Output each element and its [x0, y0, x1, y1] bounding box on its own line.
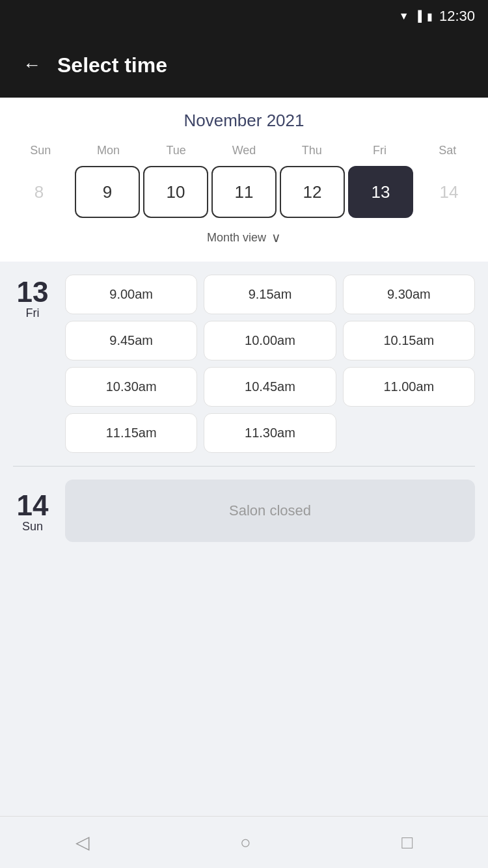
- nav-back-button[interactable]: ◁: [62, 825, 103, 860]
- day-label-14: 14 Sun: [13, 488, 52, 534]
- day-block-14: 14 Sun Salon closed: [13, 480, 475, 542]
- section-divider: [13, 466, 475, 467]
- day-8: 8: [7, 166, 72, 218]
- status-bar: ▼ ▐ ▮ 12:30: [0, 0, 488, 33]
- time-slot-1115[interactable]: 11.15am: [65, 413, 197, 453]
- calendar-section: November 2021 Sun Mon Tue Wed Thu Fri Sa…: [0, 98, 488, 262]
- time-slot-1000[interactable]: 10.00am: [204, 321, 336, 360]
- app-header: ← Select time: [0, 33, 488, 98]
- weekday-sun: Sun: [7, 141, 74, 161]
- month-view-label: Month view: [207, 231, 266, 245]
- day-name-13: Fri: [26, 306, 40, 320]
- weekday-fri: Fri: [346, 141, 413, 161]
- day-12[interactable]: 12: [280, 166, 345, 218]
- time-slot-1030[interactable]: 10.30am: [65, 367, 197, 407]
- month-year-label: November 2021: [0, 111, 488, 131]
- wifi-icon: ▼: [399, 10, 409, 22]
- nav-recent-button[interactable]: □: [388, 826, 426, 860]
- time-slot-915[interactable]: 9.15am: [204, 275, 336, 314]
- nav-home-button[interactable]: ○: [227, 826, 264, 860]
- day-13[interactable]: 13: [348, 166, 413, 218]
- time-slot-900[interactable]: 9.00am: [65, 275, 197, 314]
- time-slot-930[interactable]: 9.30am: [343, 275, 475, 314]
- day-14: 14: [416, 166, 481, 218]
- weekday-thu: Thu: [278, 141, 346, 161]
- page-title: Select time: [57, 53, 167, 77]
- day-10[interactable]: 10: [143, 166, 208, 218]
- day-number-14: 14: [17, 491, 49, 520]
- status-icons: ▼ ▐ ▮: [399, 10, 433, 23]
- day-number-13: 13: [17, 278, 49, 306]
- time-slots-section: 13 Fri 9.00am 9.15am 9.30am 9.45am 10.00…: [0, 262, 488, 568]
- month-view-toggle[interactable]: Month view ∨: [0, 223, 488, 255]
- days-row: 8 9 10 11 12 13 14: [0, 161, 488, 223]
- weekdays-row: Sun Mon Tue Wed Thu Fri Sat: [0, 141, 488, 161]
- signal-icon: ▐: [414, 10, 422, 22]
- nav-bar: ◁ ○ □: [0, 816, 488, 868]
- chevron-down-icon: ∨: [271, 230, 281, 245]
- time-grid-13: 9.00am 9.15am 9.30am 9.45am 10.00am 10.1…: [65, 275, 475, 453]
- weekday-mon: Mon: [74, 141, 142, 161]
- day-name-14: Sun: [22, 520, 43, 534]
- status-time: 12:30: [439, 8, 475, 25]
- day-11[interactable]: 11: [211, 166, 277, 218]
- time-slot-1130[interactable]: 11.30am: [204, 413, 336, 453]
- day-block-13: 13 Fri 9.00am 9.15am 9.30am 9.45am 10.00…: [13, 275, 475, 453]
- battery-icon: ▮: [427, 10, 433, 23]
- day-9[interactable]: 9: [75, 166, 140, 218]
- weekday-tue: Tue: [142, 141, 210, 161]
- time-slot-1015[interactable]: 10.15am: [343, 321, 475, 360]
- salon-closed-message: Salon closed: [65, 480, 475, 542]
- weekday-wed: Wed: [210, 141, 278, 161]
- time-slot-1045[interactable]: 10.45am: [204, 367, 336, 407]
- day-label-13: 13 Fri: [13, 275, 52, 453]
- time-slot-1100[interactable]: 11.00am: [343, 367, 475, 407]
- time-slot-945[interactable]: 9.45am: [65, 321, 197, 360]
- back-button[interactable]: ←: [20, 51, 44, 79]
- weekday-sat: Sat: [414, 141, 481, 161]
